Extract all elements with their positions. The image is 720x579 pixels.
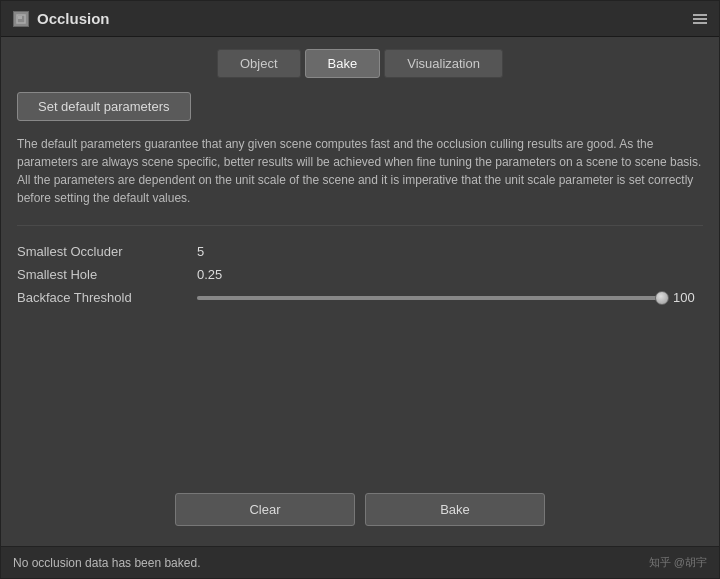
menu-line-1 — [693, 14, 707, 16]
clear-button[interactable]: Clear — [175, 493, 355, 526]
slider-track[interactable] — [197, 296, 665, 300]
tab-object[interactable]: Object — [217, 49, 301, 78]
menu-icon[interactable] — [693, 14, 707, 24]
status-bar: No occlusion data has been baked. 知乎 @胡宇 — [1, 546, 719, 578]
smallest-hole-label: Smallest Hole — [17, 267, 187, 282]
main-window: Occlusion Object Bake Visualization Set … — [0, 0, 720, 579]
tab-bake[interactable]: Bake — [305, 49, 381, 78]
backface-threshold-value: 100 — [673, 290, 703, 305]
button-row: Clear Bake — [17, 485, 703, 534]
smallest-hole-value[interactable]: 0.25 — [197, 267, 222, 282]
description-text: The default parameters guarantee that an… — [17, 131, 703, 211]
status-text: No occlusion data has been baked. — [13, 556, 200, 570]
set-default-button[interactable]: Set default parameters — [17, 92, 191, 121]
set-default-button-wrapper: Set default parameters — [17, 92, 703, 121]
bake-button[interactable]: Bake — [365, 493, 545, 526]
smallest-occluder-label: Smallest Occluder — [17, 244, 187, 259]
params-section: Smallest Occluder 5 Smallest Hole 0.25 B… — [17, 244, 703, 305]
menu-line-2 — [693, 18, 707, 20]
window-icon — [13, 11, 29, 27]
watermark: 知乎 @胡宇 — [649, 555, 707, 570]
divider-1 — [17, 225, 703, 226]
slider-thumb[interactable] — [655, 291, 669, 305]
menu-line-3 — [693, 22, 707, 24]
param-row-smallest-hole: Smallest Hole 0.25 — [17, 267, 703, 282]
title-bar-left: Occlusion — [13, 10, 110, 27]
smallest-occluder-value[interactable]: 5 — [197, 244, 204, 259]
param-row-smallest-occluder: Smallest Occluder 5 — [17, 244, 703, 259]
content-area: Object Bake Visualization Set default pa… — [1, 37, 719, 546]
tab-bar: Object Bake Visualization — [17, 49, 703, 78]
param-row-backface-threshold: Backface Threshold 100 — [17, 290, 703, 305]
svg-rect-1 — [18, 16, 22, 19]
window-title: Occlusion — [37, 10, 110, 27]
title-bar: Occlusion — [1, 1, 719, 37]
spacer — [17, 315, 703, 475]
slider-fill — [197, 296, 665, 300]
backface-threshold-slider-container: 100 — [197, 290, 703, 305]
backface-threshold-label: Backface Threshold — [17, 290, 187, 305]
tab-visualization[interactable]: Visualization — [384, 49, 503, 78]
